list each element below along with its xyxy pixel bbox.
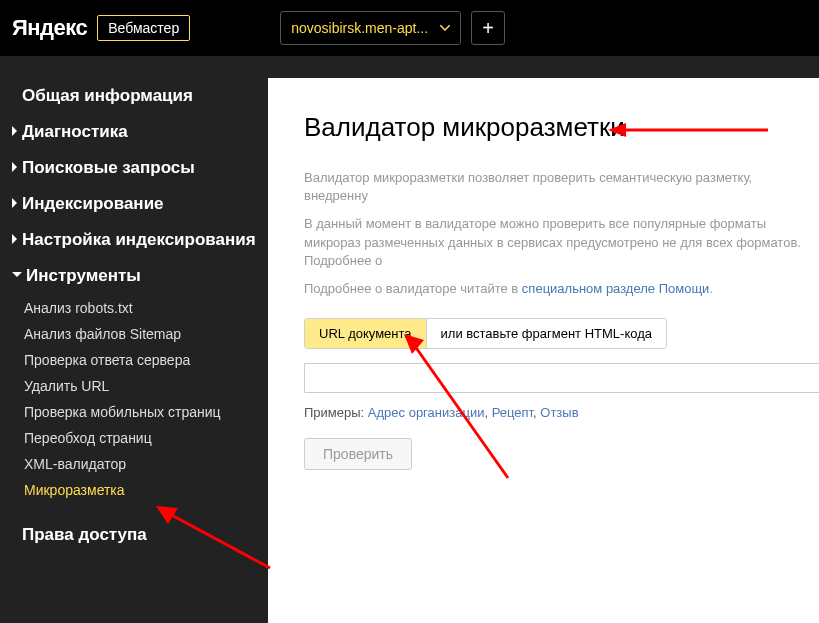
page-title: Валидатор микроразметки	[304, 112, 819, 143]
sidebar-label: Поисковые запросы	[22, 157, 195, 179]
caret-right-icon	[12, 126, 18, 136]
url-input[interactable]	[304, 363, 819, 393]
sidebar-label: Настройка индексирования	[22, 229, 256, 251]
sidebar-sub-mobile-check[interactable]: Проверка мобильных страниц	[0, 399, 268, 425]
sidebar-label: Диагностика	[22, 121, 128, 143]
site-selector[interactable]: novosibirsk.men-apt...	[280, 11, 461, 45]
sidebar-sub-recrawl[interactable]: Переобход страниц	[0, 425, 268, 451]
sidebar-sub-microdata[interactable]: Микроразметка	[0, 477, 268, 503]
sidebar-sub-xml-validator[interactable]: XML-валидатор	[0, 451, 268, 477]
sidebar-sub-delete-url[interactable]: Удалить URL	[0, 373, 268, 399]
examples-row: Примеры: Адрес организации, Рецепт, Отзы…	[304, 405, 819, 420]
description-1: Валидатор микроразметки позволяет провер…	[304, 169, 819, 205]
caret-down-icon	[12, 272, 22, 278]
sidebar-item-access[interactable]: Права доступа	[0, 517, 268, 553]
input-mode-tabs: URL документа или вставьте фрагмент HTML…	[304, 318, 667, 349]
sidebar-label: Права доступа	[22, 524, 147, 546]
sidebar-item-general[interactable]: Общая информация	[0, 78, 268, 114]
description-3: Подробнее о валидаторе читайте в специал…	[304, 280, 819, 298]
sidebar-label: Инструменты	[26, 265, 141, 287]
tab-html-code[interactable]: или вставьте фрагмент HTML-кода	[426, 319, 666, 348]
tab-url[interactable]: URL документа	[305, 319, 426, 348]
sidebar-sub-robots[interactable]: Анализ robots.txt	[0, 295, 268, 321]
sidebar-label: Индексирование	[22, 193, 164, 215]
examples-label: Примеры:	[304, 405, 364, 420]
description-2: В данный момент в валидаторе можно прове…	[304, 215, 819, 270]
chevron-down-icon	[440, 25, 450, 31]
caret-right-icon	[12, 234, 18, 244]
check-button[interactable]: Проверить	[304, 438, 412, 470]
example-link-org[interactable]: Адрес организации	[368, 405, 485, 420]
sidebar-sub-server-response[interactable]: Проверка ответа сервера	[0, 347, 268, 373]
example-link-recipe[interactable]: Рецепт	[492, 405, 533, 420]
caret-right-icon	[12, 162, 18, 172]
desc-text: Подробнее о валидаторе читайте в	[304, 281, 522, 296]
sidebar-item-indexing[interactable]: Индексирование	[0, 186, 268, 222]
help-link[interactable]: специальном разделе Помощи	[522, 281, 710, 296]
main-content: Валидатор микроразметки Валидатор микрор…	[268, 78, 819, 623]
caret-right-icon	[12, 198, 18, 208]
sidebar-item-tools[interactable]: Инструменты	[0, 258, 268, 294]
add-site-button[interactable]: +	[471, 11, 505, 45]
sidebar-item-indexing-settings[interactable]: Настройка индексирования	[0, 222, 268, 258]
sidebar-label: Общая информация	[22, 85, 193, 107]
site-selector-value: novosibirsk.men-apt...	[291, 20, 428, 36]
example-link-review[interactable]: Отзыв	[540, 405, 578, 420]
sidebar: Общая информация Диагностика Поисковые з…	[0, 56, 268, 623]
sidebar-sub-sitemap[interactable]: Анализ файлов Sitemap	[0, 321, 268, 347]
product-label[interactable]: Вебмастер	[97, 15, 190, 41]
yandex-logo[interactable]: Яндекс	[12, 15, 87, 41]
header-bar: Яндекс Вебмастер novosibirsk.men-apt... …	[0, 0, 819, 56]
sidebar-item-diagnostics[interactable]: Диагностика	[0, 114, 268, 150]
sidebar-item-search-queries[interactable]: Поисковые запросы	[0, 150, 268, 186]
